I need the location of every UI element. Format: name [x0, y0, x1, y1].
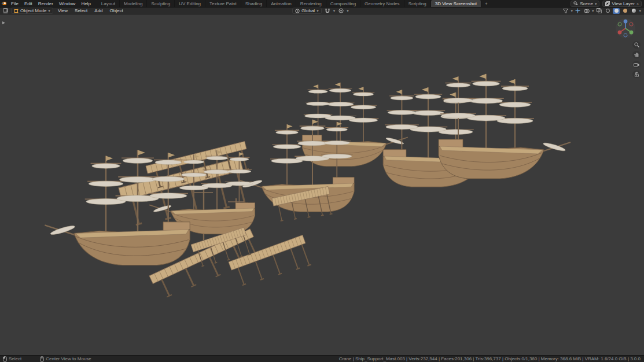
menu-window[interactable]: Window — [56, 0, 78, 7]
scene-icon — [573, 1, 578, 6]
shading-solid-button[interactable] — [613, 8, 620, 14]
scene-selector-label: Scene — [580, 0, 593, 8]
proportional-chevron-icon[interactable]: ▾ — [347, 8, 349, 14]
close-icon[interactable]: × — [636, 0, 639, 8]
orientation-icon — [295, 9, 300, 13]
tab-sculpting[interactable]: Sculpting — [147, 0, 175, 7]
view-layer-label: View Layer — [612, 0, 634, 8]
chevron-down-icon[interactable]: ▾ — [595, 0, 597, 8]
rendered-sphere-icon — [632, 9, 636, 13]
axis-gizmo[interactable] — [615, 18, 636, 39]
view-layer-selector[interactable]: View Layer × — [602, 1, 642, 7]
overlays-chevron-icon[interactable]: ▾ — [592, 8, 594, 14]
viewport-header-center: Global ▾ ▾ ▾ — [292, 8, 349, 14]
add-workspace-button[interactable]: + — [481, 0, 491, 7]
scene-selector[interactable]: Scene ▾ — [571, 1, 599, 7]
snap-settings-chevron-icon[interactable]: ▾ — [333, 8, 336, 14]
tab-animation[interactable]: Animation — [267, 0, 296, 7]
tab-layout[interactable]: Layout — [97, 0, 120, 7]
gizmo-x-axis[interactable] — [618, 31, 622, 35]
shading-wireframe-button[interactable] — [604, 8, 611, 14]
gizmo-toggle-icon[interactable] — [575, 8, 582, 14]
chevron-down-icon: ▾ — [317, 8, 319, 14]
menu-select[interactable]: Select — [72, 8, 90, 14]
transform-orientation-selector[interactable]: Global ▾ — [292, 8, 322, 14]
transform-orientation-label: Global — [301, 8, 315, 14]
object-mode-icon — [14, 9, 19, 13]
menu-render[interactable]: Render — [35, 0, 56, 7]
material-sphere-icon — [623, 9, 627, 13]
menu-edit[interactable]: Edit — [21, 0, 35, 7]
statusbar: Select Center View to Mouse Crane | Ship… — [0, 355, 644, 362]
menu-file[interactable]: File — [8, 0, 21, 7]
snap-magnet-icon[interactable] — [324, 8, 331, 14]
tab-modeling[interactable]: Modeling — [120, 0, 147, 7]
toolbar-expand-arrow-icon[interactable] — [2, 17, 6, 27]
shading-rendered-button[interactable] — [630, 8, 637, 14]
mouse-lmb-icon — [3, 356, 7, 362]
statusbar-hints: Select Center View to Mouse — [0, 356, 108, 362]
topbar: File Edit Render Window Help Layout Mode… — [0, 0, 644, 8]
tab-scripting[interactable]: Scripting — [404, 0, 431, 7]
scene-statistics: Crane | Ship_Support_Mast.003 | Verts:23… — [339, 356, 644, 362]
solid-sphere-icon — [614, 9, 619, 13]
tab-rendering[interactable]: Rendering — [296, 0, 326, 7]
ship-model-6[interactable] — [439, 74, 571, 179]
overlays-toggle-icon[interactable] — [583, 8, 590, 14]
tab-texture-paint[interactable]: Texture Paint — [205, 0, 241, 7]
mode-selector-label: Object Mode — [20, 8, 46, 14]
select-hint-label: Select — [9, 356, 21, 362]
proportional-editing-icon[interactable] — [337, 8, 344, 14]
tab-geometry-nodes[interactable]: Geometry Nodes — [360, 0, 404, 7]
mode-selector[interactable]: Object Mode ▾ — [11, 8, 53, 14]
pan-hand-icon[interactable] — [632, 51, 641, 58]
tab-shading[interactable]: Shading — [241, 0, 267, 7]
chevron-down-icon: ▾ — [48, 8, 50, 14]
menu-view[interactable]: View — [56, 8, 70, 14]
tab-uv-editing[interactable]: UV Editing — [175, 0, 205, 7]
select-hint: Select — [3, 356, 21, 362]
editor-type-icon[interactable] — [2, 8, 9, 14]
3d-viewport[interactable] — [0, 14, 644, 355]
camera-view-icon[interactable] — [632, 61, 641, 68]
wireframe-sphere-icon — [606, 9, 610, 13]
3d-scene[interactable] — [0, 14, 644, 355]
menu-help[interactable]: Help — [78, 0, 93, 7]
center-view-hint: Center View to Mouse — [40, 356, 91, 362]
tab-compositing[interactable]: Compositing — [326, 0, 360, 7]
shading-material-button[interactable] — [621, 8, 628, 14]
zoom-icon[interactable] — [632, 41, 641, 49]
menu-add[interactable]: Add — [92, 8, 105, 14]
shading-dropdown-icon[interactable]: ▾ — [639, 8, 641, 14]
topbar-right: Scene ▾ View Layer × — [571, 0, 644, 7]
viewport-header: Object Mode ▾ View Select Add Object Glo… — [0, 8, 644, 14]
tab-3d-view-screenshot[interactable]: 3D View Screenshot — [431, 0, 481, 7]
dock-model-4[interactable] — [229, 235, 313, 290]
center-view-hint-label: Center View to Mouse — [46, 356, 91, 362]
ship-model-1[interactable] — [45, 150, 190, 265]
viewport-nav-buttons — [632, 41, 641, 78]
visibility-chevron-icon[interactable]: ▾ — [571, 8, 573, 14]
gizmo-z-axis[interactable] — [624, 20, 628, 24]
mouse-mmb-icon — [40, 356, 44, 362]
xray-toggle-icon[interactable] — [595, 8, 602, 14]
perspective-grid-icon[interactable] — [632, 71, 641, 78]
blender-window: File Edit Render Window Help Layout Mode… — [0, 0, 644, 362]
menu-object[interactable]: Object — [108, 8, 126, 14]
viewport-header-left: Object Mode ▾ View Select Add Object — [0, 8, 126, 14]
object-visibility-filter-icon[interactable] — [562, 8, 569, 14]
blender-logo-icon[interactable] — [0, 0, 8, 7]
gizmo-y-axis[interactable] — [630, 31, 634, 35]
view-layer-icon — [605, 1, 610, 6]
workspace-tabs: Layout Modeling Sculpting UV Editing Tex… — [97, 0, 491, 7]
viewport-header-right: ▾ ▾ ▾ — [562, 8, 644, 14]
